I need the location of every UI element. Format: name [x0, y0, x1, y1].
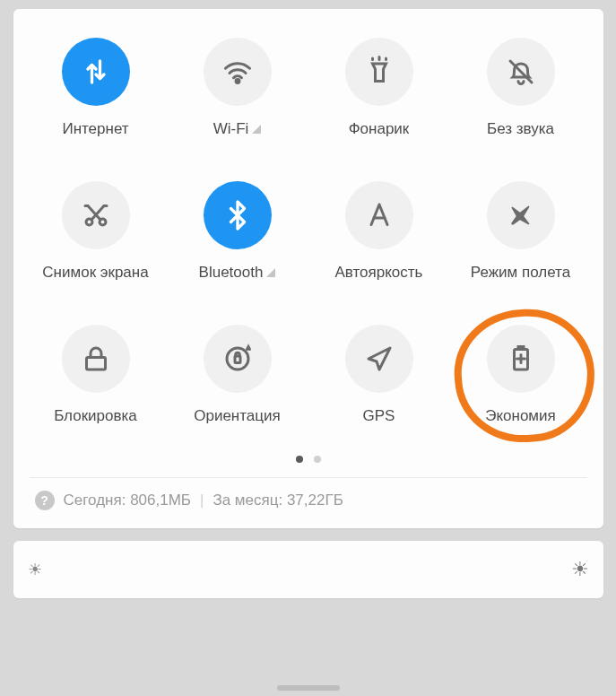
- separator: |: [200, 492, 204, 509]
- signal-icon: [252, 125, 261, 134]
- page-dot: [314, 456, 321, 463]
- battery-plus-icon: [487, 325, 555, 393]
- bluetooth-icon: [204, 181, 272, 249]
- data-arrows-icon: [62, 38, 130, 106]
- usage-month: За месяц: 37,22ГБ: [213, 492, 343, 509]
- usage-today: Сегодня: 806,1МБ: [64, 492, 191, 509]
- tile-label: Ориентация: [194, 407, 281, 425]
- flashlight-icon: [345, 38, 413, 106]
- tile-label: Блокировка: [54, 407, 137, 425]
- wifi-icon: [204, 38, 272, 106]
- auto-brightness-icon: [345, 181, 413, 249]
- tile-gps[interactable]: GPS: [313, 325, 446, 425]
- tile-label: Экономия: [485, 407, 556, 425]
- tile-screenshot[interactable]: Снимок экрана: [30, 181, 162, 282]
- tile-label: Снимок экрана: [42, 264, 148, 282]
- brightness-high-icon: ☀: [571, 558, 589, 581]
- data-usage-row[interactable]: ? Сегодня: 806,1МБ | За месяц: 37,22ГБ: [30, 478, 587, 518]
- airplane-icon: [487, 181, 555, 249]
- page-indicator: [30, 456, 587, 463]
- svg-point-0: [236, 80, 239, 83]
- quick-settings-panel: Интернет Wi-Fi Фонар: [13, 9, 603, 528]
- tile-label: Режим полета: [471, 264, 570, 282]
- svg-rect-3: [86, 358, 105, 370]
- page-dot: [296, 456, 303, 463]
- tile-label: Bluetooth: [199, 264, 276, 282]
- signal-icon: [266, 268, 275, 277]
- tile-airplane[interactable]: Режим полета: [455, 181, 587, 282]
- tile-label: Интернет: [62, 120, 128, 138]
- tile-label: Без звука: [487, 120, 554, 138]
- rotation-lock-icon: [204, 325, 272, 393]
- navigation-icon: [345, 325, 413, 393]
- tile-label: Автояркость: [335, 264, 423, 282]
- tile-label: Wi-Fi: [213, 120, 262, 138]
- help-icon: ?: [35, 491, 55, 510]
- tile-autobrightness[interactable]: Автояркость: [313, 181, 446, 282]
- home-indicator[interactable]: [277, 685, 340, 691]
- lock-icon: [62, 325, 130, 393]
- tile-mute[interactable]: Без звука: [455, 38, 587, 138]
- bell-off-icon: [487, 38, 555, 106]
- tile-battery-saver[interactable]: Экономия: [455, 325, 587, 425]
- svg-point-4: [227, 348, 248, 370]
- brightness-low-icon: ☀: [28, 560, 42, 579]
- tiles-grid: Интернет Wi-Fi Фонар: [30, 38, 587, 425]
- tile-flashlight[interactable]: Фонарик: [313, 38, 446, 138]
- tile-bluetooth[interactable]: Bluetooth: [171, 181, 304, 282]
- tile-label: GPS: [363, 407, 395, 425]
- scissors-icon: [62, 181, 130, 249]
- brightness-slider[interactable]: ☀ ☀: [13, 541, 603, 598]
- tile-lock[interactable]: Блокировка: [30, 325, 162, 425]
- tile-orientation[interactable]: Ориентация: [171, 325, 304, 425]
- tile-label: Фонарик: [349, 120, 410, 138]
- tile-internet[interactable]: Интернет: [30, 38, 162, 138]
- tile-wifi[interactable]: Wi-Fi: [171, 38, 304, 138]
